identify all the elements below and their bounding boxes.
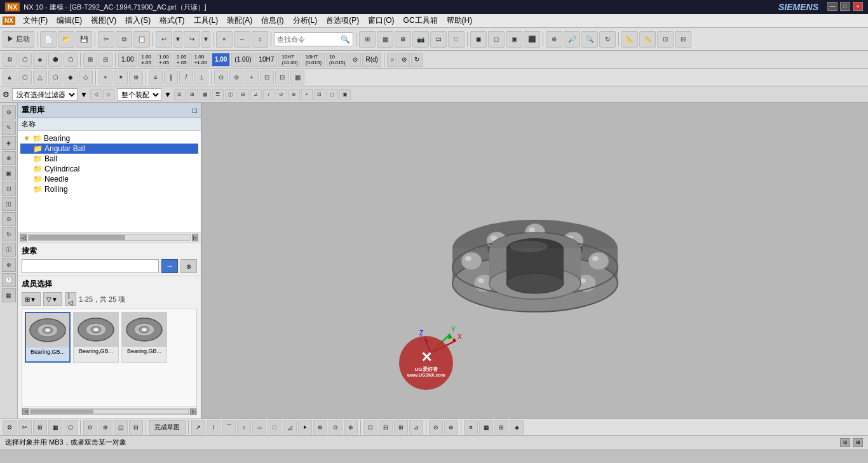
- bb10[interactable]: ↗: [191, 420, 205, 434]
- bb4[interactable]: ▦: [48, 420, 62, 434]
- display-btn6[interactable]: □: [448, 31, 465, 48]
- paste-button[interactable]: 📋: [133, 31, 150, 48]
- t2b3[interactable]: ◈: [33, 53, 47, 67]
- search-command-box[interactable]: 🔍: [274, 32, 353, 46]
- bb5[interactable]: ⬡: [64, 420, 78, 434]
- fb9[interactable]: ⊙: [276, 89, 287, 100]
- left-icon-13[interactable]: ▦: [2, 288, 16, 302]
- snap3[interactable]: ⊡: [657, 31, 674, 48]
- bb26[interactable]: ⊚: [444, 420, 458, 434]
- t2b4[interactable]: ⬢: [48, 53, 62, 67]
- restore-button[interactable]: □: [840, 2, 850, 11]
- r3b17[interactable]: ⊡: [260, 70, 274, 84]
- save-button[interactable]: 💾: [76, 31, 92, 48]
- bb17[interactable]: ✦: [298, 420, 312, 434]
- tree-node-ball[interactable]: 📁 Ball: [20, 154, 198, 164]
- undo-button[interactable]: ↩: [156, 31, 172, 48]
- zoom-out[interactable]: 🔍: [581, 31, 598, 48]
- tool1[interactable]: ⌖: [216, 31, 233, 48]
- r3b15[interactable]: ⊚: [229, 70, 243, 84]
- t2b1[interactable]: ⚙: [3, 53, 17, 67]
- snap1[interactable]: 📐: [621, 31, 638, 48]
- left-icon-7[interactable]: ◫: [2, 197, 16, 211]
- hscroll-right[interactable]: ▷: [192, 234, 198, 241]
- fb13[interactable]: ◻: [327, 89, 338, 100]
- tree-node-cylindrical[interactable]: 📁 Cylindrical: [20, 164, 198, 174]
- tool2[interactable]: ↔: [234, 31, 250, 48]
- member-thumb-3[interactable]: Bearing,GB...: [121, 312, 167, 363]
- r3b9[interactable]: ⊕: [129, 70, 143, 84]
- bb9[interactable]: ⊟: [129, 420, 143, 434]
- start-button[interactable]: ▶ 启动: [3, 31, 34, 48]
- bb7[interactable]: ⊕: [98, 420, 112, 434]
- tree-node-angular-ball[interactable]: 📁 Angular Ball: [20, 144, 198, 154]
- r3b11[interactable]: ∥: [164, 70, 178, 84]
- cut-button[interactable]: ✂: [98, 31, 114, 48]
- hscroll-track[interactable]: [28, 234, 191, 241]
- menu-preferences[interactable]: 首选项(P): [322, 14, 363, 27]
- hscroll-left[interactable]: ◁: [20, 234, 27, 241]
- menu-info[interactable]: 信息(I): [257, 14, 287, 27]
- menu-edit[interactable]: 编辑(E): [53, 14, 86, 27]
- fb12[interactable]: ⊡: [314, 89, 325, 100]
- bb1[interactable]: ⚙: [3, 420, 17, 434]
- r3b3[interactable]: △: [33, 70, 47, 84]
- canvas-area[interactable]: X Y Z ✕ UG爱好者 www.UGSNX.com: [202, 103, 868, 419]
- member-thumb-2[interactable]: Bearing,GB...: [73, 312, 119, 363]
- render-btn4[interactable]: ⬛: [524, 31, 540, 48]
- bb12[interactable]: ⌒: [222, 420, 236, 434]
- bb28[interactable]: ▦: [479, 420, 493, 434]
- r3b8[interactable]: ✦: [114, 70, 128, 84]
- minimize-button[interactable]: —: [827, 2, 837, 11]
- display-btn1[interactable]: ⊞: [359, 31, 376, 48]
- filter-select2[interactable]: 整个装配: [117, 88, 161, 101]
- left-icon-12[interactable]: 🕐: [2, 273, 16, 287]
- menu-file[interactable]: 文件(F): [19, 14, 51, 27]
- bb8[interactable]: ◫: [114, 420, 128, 434]
- bb2[interactable]: ✂: [18, 420, 32, 434]
- r3b16[interactable]: +: [245, 70, 259, 84]
- menu-format[interactable]: 格式(T): [156, 14, 188, 27]
- t2b2[interactable]: ⬡: [18, 53, 32, 67]
- fb8[interactable]: /: [263, 89, 275, 100]
- fb14[interactable]: ▣: [339, 89, 351, 100]
- display-btn3[interactable]: 🖥: [395, 31, 411, 48]
- t2b6[interactable]: ⊞: [83, 53, 97, 67]
- member-first[interactable]: |◁: [65, 292, 76, 306]
- left-icon-5[interactable]: ▣: [2, 166, 16, 180]
- search-clear-button[interactable]: ⊗: [180, 259, 197, 273]
- bb6[interactable]: ⊙: [83, 420, 97, 434]
- bb21[interactable]: ⊡: [363, 420, 377, 434]
- menu-view[interactable]: 视图(V): [87, 14, 120, 27]
- render-btn2[interactable]: ◻: [488, 31, 505, 48]
- t2b5[interactable]: ⬡: [64, 53, 78, 67]
- menu-assembly[interactable]: 装配(A): [223, 14, 256, 27]
- member-view-grid[interactable]: ⊞▼: [22, 292, 41, 306]
- bb27[interactable]: ≡: [464, 420, 478, 434]
- r3b13[interactable]: ⊥: [194, 70, 208, 84]
- fb1[interactable]: ⊡: [174, 89, 186, 100]
- snap2[interactable]: 📏: [639, 31, 656, 48]
- tree-node-bearing[interactable]: ▼ 📁 Bearing: [20, 133, 198, 144]
- render-btn3[interactable]: ▣: [506, 31, 522, 48]
- fb4[interactable]: ☰: [212, 89, 224, 100]
- copy-button[interactable]: ⧉: [116, 31, 132, 48]
- left-icon-11[interactable]: ⊛: [2, 258, 16, 272]
- filter-select1[interactable]: 没有选择过滤器: [12, 88, 78, 101]
- grid-scroll-track[interactable]: [30, 409, 189, 414]
- snap4[interactable]: ⊟: [675, 31, 691, 48]
- bb19[interactable]: ⊙: [329, 420, 342, 434]
- display-btn2[interactable]: ▦: [377, 31, 393, 48]
- tree-node-needle[interactable]: 📁 Needle: [20, 174, 198, 184]
- fb3[interactable]: ▦: [200, 89, 211, 100]
- zoom-in[interactable]: 🔎: [564, 31, 580, 48]
- member-thumb-1[interactable]: Bearing,GB...: [25, 312, 71, 363]
- grid-scroll-right[interactable]: ▷: [190, 408, 196, 415]
- bb13[interactable]: ○: [237, 420, 251, 434]
- filter-nav2[interactable]: ▷: [103, 89, 114, 100]
- open-button[interactable]: 📂: [58, 31, 74, 48]
- undo-list-button[interactable]: ▼: [173, 31, 182, 48]
- left-icon-9[interactable]: ↻: [2, 227, 16, 241]
- r3b18[interactable]: ⊡: [275, 70, 289, 84]
- reuse-maximize-button[interactable]: □: [193, 106, 197, 115]
